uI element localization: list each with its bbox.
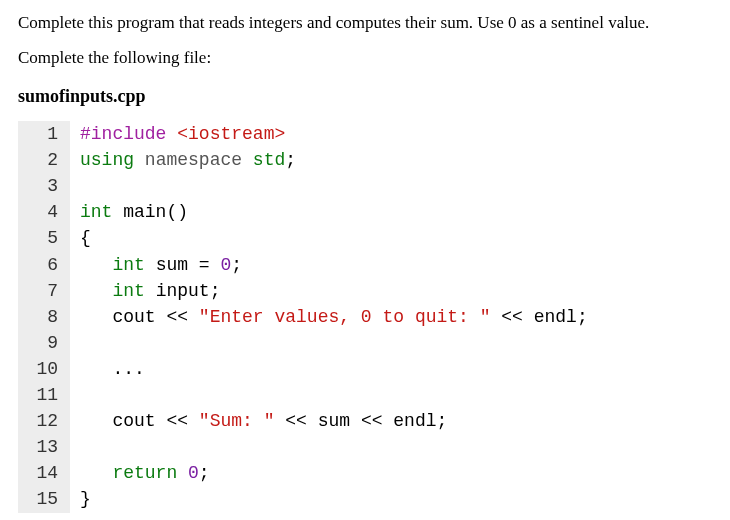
- code-content: int input;: [70, 278, 220, 304]
- complete-file-label: Complete the following file:: [18, 48, 712, 68]
- page: Complete this program that reads integer…: [0, 0, 730, 513]
- code-listing: 1#include <iostream>2using namespace std…: [18, 121, 712, 512]
- filename: sumofinputs.cpp: [18, 86, 712, 107]
- code-row: 6 int sum = 0;: [18, 252, 712, 278]
- code-row: 7 int input;: [18, 278, 712, 304]
- code-content: [70, 382, 91, 408]
- code-content: }: [70, 486, 91, 512]
- line-number: 1: [18, 121, 70, 147]
- line-number: 3: [18, 173, 70, 199]
- code-row: 12 cout << "Sum: " << sum << endl;: [18, 408, 712, 434]
- line-number: 11: [18, 382, 70, 408]
- code-row: 2using namespace std;: [18, 147, 712, 173]
- code-content: #include <iostream>: [70, 121, 285, 147]
- code-content: [70, 330, 91, 356]
- code-row: 3: [18, 173, 712, 199]
- code-content: using namespace std;: [70, 147, 296, 173]
- code-content: {: [70, 225, 91, 251]
- code-row: 14 return 0;: [18, 460, 712, 486]
- code-row: 13: [18, 434, 712, 460]
- line-number: 8: [18, 304, 70, 330]
- code-row: 11: [18, 382, 712, 408]
- code-content: int sum = 0;: [70, 252, 242, 278]
- code-content: ...: [70, 356, 145, 382]
- code-row: 4int main(): [18, 199, 712, 225]
- code-content: cout << "Enter values, 0 to quit: " << e…: [70, 304, 588, 330]
- code-row: 1#include <iostream>: [18, 121, 712, 147]
- code-row: 9: [18, 330, 712, 356]
- line-number: 7: [18, 278, 70, 304]
- line-number: 14: [18, 460, 70, 486]
- line-number: 5: [18, 225, 70, 251]
- code-row: 10 ...: [18, 356, 712, 382]
- code-content: [70, 173, 91, 199]
- code-row: 8 cout << "Enter values, 0 to quit: " <<…: [18, 304, 712, 330]
- line-number: 9: [18, 330, 70, 356]
- code-content: [70, 434, 91, 460]
- code-row: 15}: [18, 486, 712, 512]
- line-number: 13: [18, 434, 70, 460]
- problem-statement: Complete this program that reads integer…: [18, 12, 712, 34]
- line-number: 4: [18, 199, 70, 225]
- line-number: 15: [18, 486, 70, 512]
- code-content: cout << "Sum: " << sum << endl;: [70, 408, 447, 434]
- line-number: 10: [18, 356, 70, 382]
- line-number: 2: [18, 147, 70, 173]
- line-number: 6: [18, 252, 70, 278]
- code-row: 5{: [18, 225, 712, 251]
- code-content: int main(): [70, 199, 188, 225]
- code-content: return 0;: [70, 460, 210, 486]
- line-number: 12: [18, 408, 70, 434]
